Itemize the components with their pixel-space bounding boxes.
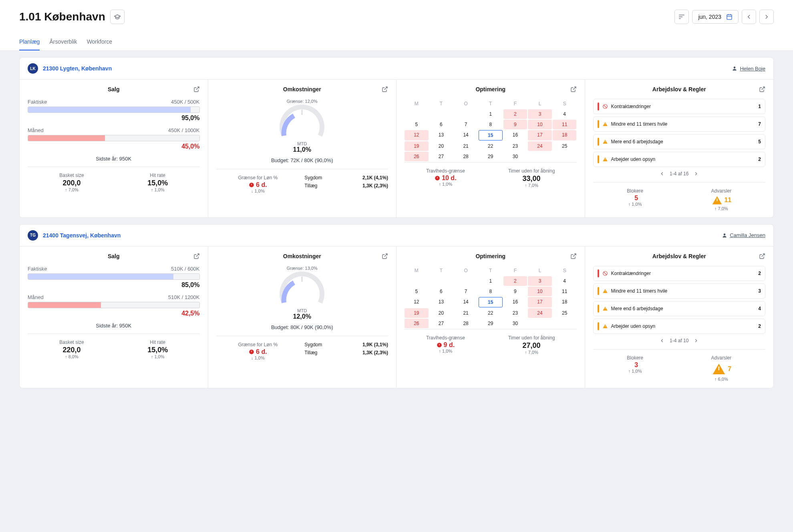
cal-day[interactable]: 17: [528, 297, 552, 307]
tab-planlæg[interactable]: Planlæg: [19, 34, 40, 50]
cal-day[interactable]: 6: [429, 120, 453, 129]
cal-day[interactable]: 19: [405, 308, 429, 318]
cal-day[interactable]: 29: [479, 152, 503, 161]
costs-panel: Omkostninger Grænse: 12,0% MTD 11,0% Bud…: [208, 80, 397, 217]
cal-day[interactable]: 21: [454, 141, 478, 151]
rules-list: Kontraktændringer 2 Mindre end 11 timers…: [593, 266, 766, 334]
cal-day[interactable]: 4: [553, 109, 577, 119]
cal-day[interactable]: 1: [479, 276, 503, 286]
cal-day[interactable]: 9: [503, 287, 527, 296]
cal-day[interactable]: 3: [528, 109, 552, 119]
cal-day[interactable]: 22: [479, 308, 503, 318]
cal-day[interactable]: 2: [503, 109, 527, 119]
cal-day[interactable]: 28: [454, 319, 478, 328]
open-costs-button[interactable]: [382, 253, 388, 261]
cal-day[interactable]: 15: [479, 297, 503, 307]
open-sales-button[interactable]: [193, 253, 200, 261]
tab-årsoverblik[interactable]: Årsoverblik: [49, 34, 77, 50]
cal-day[interactable]: 22: [479, 141, 503, 151]
cal-day[interactable]: 29: [479, 319, 503, 328]
cal-day[interactable]: 27: [429, 152, 453, 161]
user-link[interactable]: Camilla Jensen: [722, 232, 765, 238]
rule-item[interactable]: Arbejder uden opsyn 2: [593, 152, 766, 167]
cal-day[interactable]: 2: [503, 276, 527, 286]
page-next-icon[interactable]: [693, 338, 699, 343]
cal-day[interactable]: 24: [528, 308, 552, 318]
open-rules-button[interactable]: [759, 253, 765, 261]
cal-day[interactable]: 30: [503, 319, 527, 328]
cal-day[interactable]: 13: [429, 297, 453, 307]
cal-day[interactable]: 14: [454, 297, 478, 307]
cal-day[interactable]: 16: [503, 130, 527, 141]
cal-day[interactable]: 4: [553, 276, 577, 286]
cal-day[interactable]: 25: [553, 141, 577, 151]
next-button[interactable]: [759, 10, 774, 24]
open-sales-button[interactable]: [193, 86, 200, 94]
open-costs-button[interactable]: [382, 86, 388, 94]
cal-day[interactable]: 26: [405, 319, 429, 328]
page-prev-icon[interactable]: [659, 338, 665, 343]
cal-day[interactable]: 20: [429, 141, 453, 151]
tab-workforce[interactable]: Workforce: [87, 34, 113, 50]
cal-day[interactable]: 14: [454, 130, 478, 141]
cal-day[interactable]: 11: [553, 287, 577, 296]
travl-change: ↑ 1,0%: [426, 349, 465, 353]
cal-day[interactable]: 25: [553, 308, 577, 318]
cal-day[interactable]: 26: [405, 152, 429, 161]
cal-day[interactable]: 1: [479, 109, 503, 119]
cal-day[interactable]: 17: [528, 130, 552, 141]
rule-item[interactable]: Kontraktændringer 1: [593, 99, 766, 114]
cal-day[interactable]: 16: [503, 297, 527, 307]
cal-day[interactable]: 24: [528, 141, 552, 151]
cal-day[interactable]: 11: [553, 120, 577, 129]
rule-item[interactable]: Mere end 6 arbejdsdage 5: [593, 134, 766, 149]
user-link[interactable]: Helen Boje: [732, 66, 765, 72]
cal-day[interactable]: 21: [454, 308, 478, 318]
page-prev-icon[interactable]: [659, 171, 665, 177]
cal-day[interactable]: 9: [503, 120, 527, 129]
cal-day[interactable]: 3: [528, 276, 552, 286]
cal-day[interactable]: 7: [454, 120, 478, 129]
cal-day[interactable]: 10: [528, 120, 552, 129]
rule-item[interactable]: Mindre end 11 timers hvile 3: [593, 283, 766, 299]
rule-item[interactable]: Mindre end 11 timers hvile 7: [593, 116, 766, 132]
location-name[interactable]: 21400 Tagensvej, København: [43, 232, 121, 239]
rule-item[interactable]: Mere end 6 arbejdsdage 4: [593, 301, 766, 316]
cal-day[interactable]: 10: [528, 287, 552, 296]
open-opt-button[interactable]: [570, 253, 577, 261]
cal-day[interactable]: 13: [429, 130, 453, 141]
cal-day[interactable]: 5: [405, 120, 429, 129]
lon-change: ↓ 1,0%: [216, 355, 300, 360]
cal-day[interactable]: 30: [503, 152, 527, 161]
rule-item[interactable]: Arbejder uden opsyn 2: [593, 319, 766, 334]
cal-day[interactable]: 12: [405, 130, 429, 141]
cal-day[interactable]: 28: [454, 152, 478, 161]
cal-day[interactable]: 27: [429, 319, 453, 328]
cal-day[interactable]: 18: [553, 297, 577, 307]
cal-day[interactable]: 23: [503, 308, 527, 318]
page-next-icon[interactable]: [693, 171, 699, 177]
cal-day[interactable]: 5: [405, 287, 429, 296]
advarsler-stat: Advarsler 7 ↑ 6,0%: [711, 355, 732, 381]
open-opt-button[interactable]: [570, 86, 577, 94]
rule-count: 3: [758, 288, 761, 294]
lon-label: Grænse for Løn %: [216, 342, 300, 347]
sort-button[interactable]: [674, 10, 689, 24]
cal-day[interactable]: 23: [503, 141, 527, 151]
cal-day[interactable]: 12: [405, 297, 429, 307]
cal-day[interactable]: 7: [454, 287, 478, 296]
education-button[interactable]: [110, 10, 125, 24]
date-picker[interactable]: jun, 2023: [692, 10, 739, 24]
open-rules-button[interactable]: [759, 86, 765, 94]
cal-day[interactable]: 20: [429, 308, 453, 318]
cal-day[interactable]: 8: [479, 287, 503, 296]
location-name[interactable]: 21300 Lygten, København: [43, 65, 112, 72]
cal-day[interactable]: 8: [479, 120, 503, 129]
rule-item[interactable]: Kontraktændringer 2: [593, 266, 766, 281]
cal-day[interactable]: 6: [429, 287, 453, 296]
warning-icon: [602, 121, 608, 127]
prev-button[interactable]: [742, 10, 756, 24]
cal-day[interactable]: 19: [405, 141, 429, 151]
cal-day[interactable]: 15: [479, 130, 503, 141]
cal-day[interactable]: 18: [553, 130, 577, 141]
